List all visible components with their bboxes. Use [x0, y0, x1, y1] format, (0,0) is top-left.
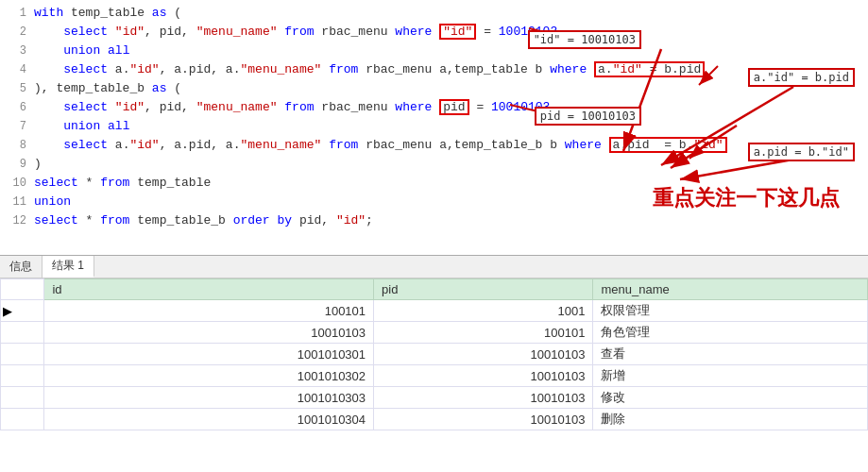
- annotation-box-3: pid = 10010103: [535, 107, 641, 126]
- cell-id: 1001010302: [44, 365, 374, 387]
- cell-pid: 10010103: [374, 344, 593, 365]
- cell-menu: 修改: [593, 387, 868, 409]
- annotation-box-1: "id" = 10010103: [528, 30, 641, 49]
- annotation-box-4: a.pid = b."id": [748, 143, 855, 161]
- cell-menu: 删除: [593, 409, 868, 430]
- highlight-pid: pid: [439, 99, 468, 115]
- annotation-box-2: a."id" = b.pid: [748, 68, 855, 87]
- cell-menu: 查看: [593, 344, 868, 365]
- row-indicator: ▶: [1, 300, 44, 322]
- highlight-aid-bpid: a."id" = b.pid: [594, 61, 705, 77]
- table-row: ▶ 100101 1001 权限管理: [1, 300, 868, 322]
- tab-result-1[interactable]: 结果 1: [43, 256, 94, 278]
- code-line-7: 7 union all: [0, 117, 868, 136]
- row-indicator: [1, 409, 44, 430]
- code-line-2: 2 select "id", pid, "menu_name" from rba…: [0, 23, 868, 42]
- cell-id: 1001010303: [44, 387, 374, 409]
- code-line-12: 12 select * from temp_table_b order by p…: [0, 211, 868, 230]
- table-body: ▶ 100101 1001 权限管理 10010103 100101 角色管理 …: [1, 300, 868, 430]
- cell-id: 1001010301: [44, 344, 374, 365]
- cell-pid: 10010103: [374, 409, 593, 430]
- cell-id: 100101: [44, 300, 374, 322]
- annotation-note: 重点关注一下这几点: [653, 184, 840, 212]
- row-indicator: [1, 387, 44, 409]
- results-table-wrapper[interactable]: id pid menu_name ▶ 100101 1001 权限管理 1001…: [0, 278, 868, 471]
- code-line-3: 3 union all: [0, 42, 868, 60]
- results-table: id pid menu_name ▶ 100101 1001 权限管理 1001…: [0, 278, 868, 430]
- code-line-8: 8 select a."id", a.pid, a."menu_name" fr…: [0, 136, 868, 155]
- cell-id: 1001010304: [44, 409, 374, 430]
- code-line-9: 9 ): [0, 155, 868, 174]
- table-header-row: id pid menu_name: [1, 279, 868, 300]
- col-header-indicator: [1, 279, 44, 300]
- code-line-4: 4 select a."id", a.pid, a."menu_name" fr…: [0, 60, 868, 79]
- table-row: 10010103 100101 角色管理: [1, 322, 868, 344]
- cell-menu: 角色管理: [593, 322, 868, 344]
- cell-pid: 100101: [374, 322, 593, 344]
- panel-tabs: 信息 结果 1: [0, 256, 868, 278]
- col-header-id: id: [44, 279, 374, 300]
- code-line-6: 6 select "id", pid, "menu_name" from rba…: [0, 98, 868, 117]
- cell-menu: 新增: [593, 365, 868, 387]
- table-row: 1001010304 10010103 删除: [1, 409, 868, 430]
- code-editor: 1 with temp_table as ( 2 select "id", pi…: [0, 0, 868, 255]
- col-header-pid: pid: [374, 279, 593, 300]
- cell-menu: 权限管理: [593, 300, 868, 322]
- cell-pid: 10010103: [374, 387, 593, 409]
- cell-pid: 10010103: [374, 365, 593, 387]
- cell-id: 10010103: [44, 322, 374, 344]
- table-row: 1001010303 10010103 修改: [1, 387, 868, 409]
- bottom-panel: 信息 结果 1 id pid menu_name ▶ 100101 1001 权…: [0, 255, 868, 472]
- row-indicator: [1, 365, 44, 387]
- table-row: 1001010301 10010103 查看: [1, 344, 868, 365]
- table-row: 1001010302 10010103 新增: [1, 365, 868, 387]
- row-indicator: [1, 344, 44, 365]
- cell-pid: 1001: [374, 300, 593, 322]
- code-line-1: 1 with temp_table as (: [0, 4, 868, 23]
- highlight-apid-bid: a.pid = b."id": [609, 137, 727, 153]
- highlight-id-1: "id": [439, 24, 476, 40]
- code-line-5: 5 ), temp_table_b as (: [0, 79, 868, 98]
- tab-info[interactable]: 信息: [0, 256, 43, 278]
- col-header-menu: menu_name: [593, 279, 868, 300]
- row-indicator: [1, 322, 44, 344]
